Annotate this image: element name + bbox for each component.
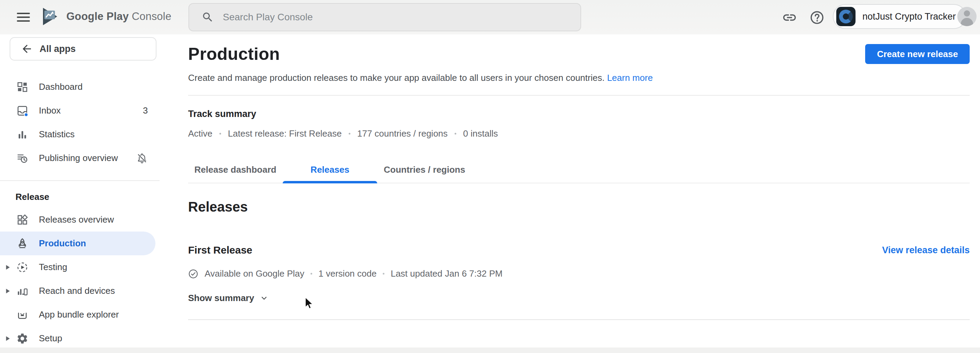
- inbox-icon: [16, 105, 29, 117]
- main-content: Production Create new release Create and…: [188, 34, 970, 320]
- chevron-down-icon: [259, 294, 269, 303]
- sidebar-item-label: Testing: [39, 262, 67, 273]
- menu-icon[interactable]: [17, 13, 30, 22]
- sidebar-item-testing[interactable]: Testing: [0, 255, 172, 279]
- track-summary-row: Active Latest release: First Release 177…: [188, 128, 970, 139]
- sidebar-item-app-bundle-explorer[interactable]: App bundle explorer: [0, 303, 172, 326]
- current-app-name: notJust Crypto Tracker: [862, 11, 956, 22]
- bottom-edge-strip: [0, 348, 980, 353]
- sidebar: All apps Dashboard: [0, 34, 172, 353]
- app-switcher[interactable]: notJust Crypto Tracker: [833, 4, 966, 29]
- all-apps-button[interactable]: All apps: [10, 37, 156, 61]
- track-summary-heading: Track summary: [188, 109, 970, 120]
- help-icon[interactable]: [810, 10, 824, 25]
- sidebar-item-dashboard[interactable]: Dashboard: [0, 75, 172, 99]
- last-updated: Last updated Jan 6 7:32 PM: [391, 268, 503, 279]
- sidebar-nav-release: Releases overview Production: [0, 208, 172, 350]
- sidebar-item-setup[interactable]: Setup: [0, 326, 172, 350]
- search-bar[interactable]: [188, 3, 581, 31]
- sidebar-item-label: Setup: [39, 333, 62, 344]
- testing-icon: [16, 261, 29, 273]
- play-console-logo-text: Google Play Console: [66, 10, 171, 23]
- back-arrow-icon: [21, 43, 33, 55]
- sidebar-item-label: Inbox: [39, 105, 61, 116]
- sidebar-nav-top: Dashboard Inbox 3 Statisti: [0, 75, 172, 170]
- app-bundle-explorer-icon: [16, 308, 29, 321]
- show-summary-label: Show summary: [188, 293, 254, 303]
- divider: [188, 95, 970, 96]
- sidebar-item-statistics[interactable]: Statistics: [0, 123, 172, 146]
- sidebar-item-label: Releases overview: [39, 214, 114, 225]
- tab-countries-regions[interactable]: Countries / regions: [377, 157, 472, 183]
- setup-gear-icon: [16, 332, 29, 345]
- sidebar-section-release: Release: [0, 190, 172, 204]
- dot-separator: [349, 133, 350, 134]
- statistics-icon: [16, 128, 29, 141]
- show-summary-toggle[interactable]: Show summary: [188, 293, 269, 303]
- sidebar-item-production[interactable]: Production: [0, 232, 156, 255]
- play-console-window: Google Play Console notJust Crypto: [0, 0, 980, 353]
- latest-release: Latest release: First Release: [228, 128, 342, 139]
- sidebar-item-label: Statistics: [39, 129, 75, 140]
- publishing-overview-icon: [16, 152, 29, 165]
- create-new-release-button[interactable]: Create new release: [865, 44, 970, 64]
- play-console-logo-icon: [39, 5, 61, 28]
- view-release-details-link[interactable]: View release details: [882, 245, 970, 256]
- expand-arrow-icon[interactable]: [4, 265, 16, 270]
- play-console-logo[interactable]: Google Play Console: [39, 5, 171, 28]
- version-code-count: 1 version code: [318, 268, 377, 279]
- sidebar-item-reach-and-devices[interactable]: Reach and devices: [0, 279, 172, 303]
- tab-release-dashboard[interactable]: Release dashboard: [188, 157, 283, 183]
- top-app-bar: Google Play Console notJust Crypto: [0, 0, 980, 34]
- page-description-text: Create and manage production releases to…: [188, 73, 605, 83]
- dot-separator: [383, 273, 385, 275]
- dot-separator: [220, 133, 221, 134]
- sidebar-item-publishing-overview[interactable]: Publishing overview: [0, 146, 172, 170]
- sidebar-item-label: Reach and devices: [39, 286, 115, 296]
- expand-arrow-icon[interactable]: [4, 336, 16, 341]
- expand-arrow-icon[interactable]: [4, 288, 16, 294]
- learn-more-link[interactable]: Learn more: [607, 73, 653, 83]
- sidebar-item-label: Production: [39, 238, 86, 249]
- installs-count: 0 installs: [463, 128, 498, 139]
- divider: [188, 319, 970, 320]
- dot-separator: [455, 133, 456, 134]
- countries-count: 177 countries / regions: [357, 128, 448, 139]
- release-status-row: Available on Google Play 1 version code …: [188, 268, 970, 279]
- dashboard-icon: [16, 81, 29, 93]
- sidebar-divider: [0, 180, 159, 181]
- all-apps-label: All apps: [40, 44, 76, 54]
- dot-separator: [310, 273, 312, 275]
- search-icon: [202, 11, 214, 23]
- check-circle-icon: [188, 269, 199, 279]
- sidebar-item-label: App bundle explorer: [39, 309, 119, 320]
- releases-overview-icon: [16, 214, 29, 226]
- release-name: First Release: [188, 244, 252, 256]
- page-description: Create and manage production releases to…: [188, 72, 970, 84]
- inbox-count-badge: 3: [143, 105, 148, 116]
- track-tabs: Release dashboard Releases Countries / r…: [188, 157, 970, 184]
- sidebar-item-label: Dashboard: [39, 81, 83, 92]
- sidebar-item-inbox[interactable]: Inbox 3: [0, 99, 172, 123]
- search-input[interactable]: [223, 12, 567, 23]
- link-icon[interactable]: [782, 10, 797, 25]
- page-title: Production: [188, 44, 280, 64]
- production-rocket-icon: [16, 237, 29, 250]
- app-logo-icon: [836, 7, 856, 26]
- releases-section-heading: Releases: [188, 199, 970, 215]
- notifications-paused-icon: [136, 152, 148, 164]
- tab-releases[interactable]: Releases: [283, 157, 377, 183]
- sidebar-item-label: Publishing overview: [39, 153, 118, 163]
- release-availability: Available on Google Play: [205, 268, 304, 279]
- track-status: Active: [188, 128, 213, 139]
- reach-and-devices-icon: [16, 285, 29, 297]
- account-avatar[interactable]: [957, 7, 977, 26]
- sidebar-item-releases-overview[interactable]: Releases overview: [0, 208, 172, 232]
